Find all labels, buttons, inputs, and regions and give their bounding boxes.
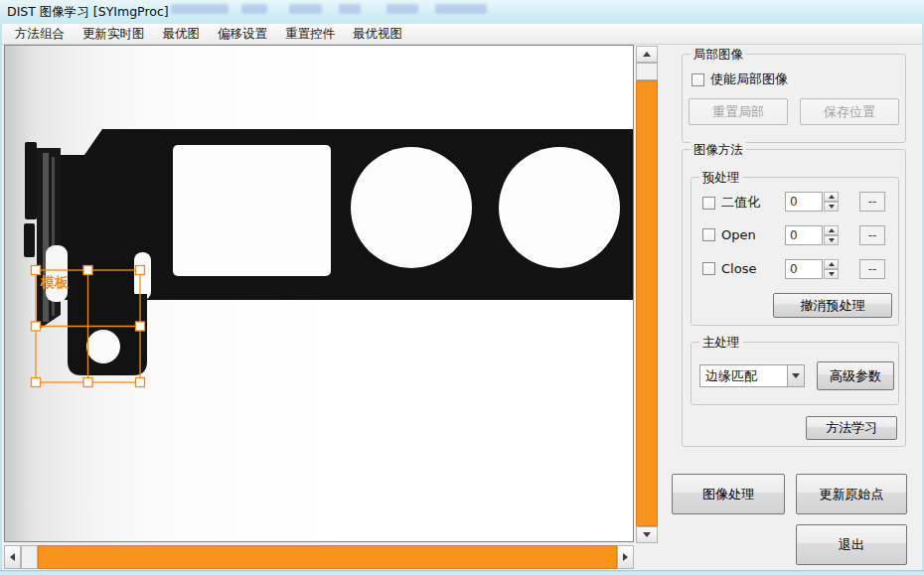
image-process-button[interactable]: 图像处理 [672,474,785,514]
background-window-artifact [241,4,267,14]
image-canvas[interactable]: 模板 [4,45,634,542]
menu-item-reset-controls[interactable]: 重置控件 [276,24,344,45]
undo-preprocess-button[interactable]: 撤消预处理 [773,293,892,318]
checkbox-icon[interactable] [692,73,704,86]
spinner-down-button[interactable] [824,202,839,212]
binarize-checkbox-row[interactable]: 二值化 [702,194,760,212]
method-learn-button[interactable]: 方法学习 [806,416,897,440]
spinner-down-button[interactable] [824,235,839,245]
close-range-box: -- [859,259,885,279]
background-window-artifact [171,4,229,14]
spinner-down-icon [829,238,835,242]
spinner-up-button[interactable] [824,192,839,202]
spinner-down-icon [829,272,835,276]
enable-local-image-checkbox-row[interactable]: 使能局部图像 [692,71,788,88]
background-window-artifact [435,4,487,14]
arrow-right-icon [623,553,628,561]
bracket-tab-upper [25,142,37,219]
preprocess-group: 预处理 二值化 0 -- Open 0 -- [691,177,899,326]
open-range-box: -- [859,225,885,245]
menu-item-best-image[interactable]: 最优图 [154,24,210,45]
checkbox-icon[interactable] [702,228,715,241]
spinner-up-button[interactable] [824,259,839,269]
open-value-input[interactable]: 0 [785,225,823,245]
cutout-hole [86,330,120,363]
close-label: Close [721,261,756,276]
template-label: 模板 [40,274,70,290]
roi-handle[interactable] [32,322,41,331]
binarize-spinner[interactable] [824,192,839,212]
cutout-slot-right [134,252,151,300]
open-spinner[interactable] [824,225,839,245]
exit-button[interactable]: 退出 [796,524,907,565]
enable-local-image-label: 使能局部图像 [710,71,788,88]
window-title: DIST 图像学习 [SYImgProc] [7,4,169,21]
method-select[interactable]: 边缘匹配 [699,364,805,387]
bracket-tab-lower [24,223,35,257]
cutout-rectangle [173,145,331,276]
spinner-up-icon [829,262,835,266]
preprocess-group-title: 预处理 [699,170,743,187]
binarize-value-input[interactable]: 0 [785,192,823,212]
vertical-scroll-track[interactable] [636,80,658,526]
binarize-range-box: -- [859,192,885,212]
background-window-artifact [289,4,322,14]
menu-item-update-live-image[interactable]: 更新实时图 [74,24,154,45]
binarize-label: 二值化 [721,194,760,212]
local-image-group: 局部图像 使能局部图像 重置局部 保存位置 [682,54,906,143]
roi-handle[interactable] [32,378,41,387]
roi-handle[interactable] [136,378,145,387]
local-image-group-title: 局部图像 [691,47,746,64]
roi-handle[interactable] [83,266,92,275]
reset-local-button: 重置局部 [689,98,788,125]
spinner-up-icon [829,228,835,232]
update-origin-button[interactable]: 更新原始点 [796,474,907,514]
roi-handle[interactable] [32,266,41,275]
checkbox-icon[interactable] [702,197,715,210]
horizontal-scroll-thumb[interactable] [21,545,38,569]
main-process-group: 主处理 边缘匹配 高级参数 [691,342,899,405]
roi-handle[interactable] [136,322,145,331]
combo-dropdown-button[interactable] [787,365,804,386]
menu-bar: 方法组合 更新实时图 最优图 偏移设置 重置控件 最优视图 [2,24,922,45]
arrow-left-icon [10,553,15,561]
background-window-artifact [339,4,361,14]
menu-item-offset-settings[interactable]: 偏移设置 [209,24,276,45]
arrow-up-icon [643,52,651,57]
horizontal-scrollbar[interactable] [4,545,634,569]
save-position-button: 保存位置 [800,98,899,125]
vertical-scroll-thumb[interactable] [636,63,658,80]
advanced-params-button[interactable]: 高级参数 [817,361,894,390]
scroll-up-button[interactable] [636,46,658,63]
window-border-bottom [0,570,924,575]
main-process-group-title: 主处理 [699,335,743,352]
image-method-group-title: 图像方法 [691,142,746,159]
spinner-up-button[interactable] [824,225,839,235]
scroll-right-button[interactable] [617,545,634,569]
menu-item-best-view[interactable]: 最优视图 [344,24,411,45]
scroll-left-button[interactable] [4,545,21,569]
app-window: DIST 图像学习 [SYImgProc] 方法组合 更新实时图 最优图 偏移设… [0,0,924,575]
close-value-input[interactable]: 0 [785,259,823,279]
scroll-down-button[interactable] [636,526,658,543]
image-method-group: 图像方法 预处理 二值化 0 -- Open 0 [682,149,906,447]
method-select-value: 边缘匹配 [700,367,787,385]
cutout-circle-2 [499,147,620,268]
vertical-scrollbar[interactable] [636,46,658,543]
bracket-image: 模板 [5,46,633,541]
arrow-down-icon [643,532,651,537]
title-bar[interactable]: DIST 图像学习 [SYImgProc] [0,0,924,25]
menu-item-method-combo[interactable]: 方法组合 [6,24,74,45]
checkbox-icon[interactable] [702,262,715,275]
open-label: Open [721,227,756,242]
window-border-left [0,24,2,575]
spinner-up-icon [829,195,835,199]
open-checkbox-row[interactable]: Open [702,227,756,242]
horizontal-scroll-track[interactable] [38,545,617,569]
chevron-down-icon [792,373,800,378]
spinner-down-button[interactable] [824,269,839,279]
roi-handle[interactable] [136,266,145,275]
close-checkbox-row[interactable]: Close [702,261,756,276]
roi-handle[interactable] [83,378,92,387]
close-spinner[interactable] [824,259,839,279]
